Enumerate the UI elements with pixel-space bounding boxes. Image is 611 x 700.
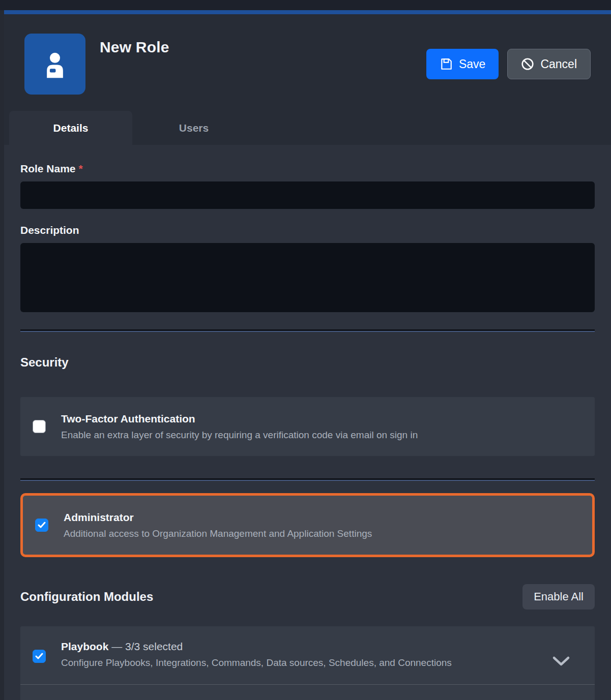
- administrator-card: Administrator Additional access to Organ…: [20, 493, 595, 557]
- two-factor-card: Two-Factor Authentication Enable an extr…: [20, 397, 595, 456]
- configuration-modules-header: Configuration Modules Enable All: [20, 584, 595, 610]
- page-title: New Role: [100, 39, 169, 56]
- two-factor-checkbox[interactable]: [33, 420, 46, 433]
- playbook-checkbox[interactable]: [33, 650, 46, 663]
- details-tab-content: Role Name* Description Security Two-Fact…: [4, 145, 611, 700]
- administrator-description: Additional access to Organization Manage…: [64, 528, 372, 539]
- security-heading: Security: [20, 355, 595, 370]
- required-marker: *: [79, 163, 83, 174]
- tab-details[interactable]: Details: [9, 111, 132, 145]
- person-icon: [37, 46, 73, 82]
- section-divider: [20, 478, 595, 481]
- two-factor-description: Enable an extra layer of security by req…: [61, 430, 418, 441]
- save-button-label: Save: [459, 57, 485, 71]
- section-divider: [20, 329, 595, 332]
- new-role-panel: New Role Save Cancel Details Users Role: [4, 10, 611, 700]
- ban-icon: [521, 57, 534, 71]
- description-label: Description: [20, 224, 595, 236]
- cancel-button[interactable]: Cancel: [507, 49, 591, 79]
- panel-header: New Role Save Cancel: [4, 14, 611, 111]
- role-name-label: Role Name*: [20, 163, 595, 175]
- playbook-module-description: Configure Playbooks, Integrations, Comma…: [61, 657, 452, 668]
- module-row-divider: [20, 684, 595, 685]
- administrator-title: Administrator: [64, 511, 372, 524]
- two-factor-text: Two-Factor Authentication Enable an extr…: [61, 413, 418, 441]
- configuration-modules-heading: Configuration Modules: [20, 590, 153, 604]
- check-icon: [38, 522, 46, 529]
- two-factor-title: Two-Factor Authentication: [61, 413, 418, 425]
- playbook-module-name: Playbook: [61, 641, 108, 652]
- role-name-input[interactable]: [20, 181, 595, 209]
- chevron-down-icon[interactable]: [552, 656, 570, 667]
- playbook-module-text: Playbook — 3/3 selected Configure Playbo…: [61, 641, 452, 668]
- role-avatar: [24, 34, 85, 95]
- playbook-module-row: Playbook — 3/3 selected Configure Playbo…: [33, 641, 583, 668]
- cancel-button-label: Cancel: [540, 57, 577, 71]
- floppy-disk-icon: [440, 57, 453, 71]
- top-bar: [0, 0, 611, 10]
- save-button[interactable]: Save: [426, 49, 499, 79]
- playbook-module-card[interactable]: Playbook — 3/3 selected Configure Playbo…: [20, 626, 595, 700]
- tab-bar: Details Users: [4, 111, 611, 145]
- description-input[interactable]: [20, 243, 595, 312]
- playbook-module-title: Playbook — 3/3 selected: [61, 641, 452, 653]
- playbook-selected-summary: — 3/3 selected: [111, 641, 183, 652]
- administrator-text: Administrator Additional access to Organ…: [64, 511, 372, 539]
- header-actions: Save Cancel: [426, 49, 591, 79]
- check-icon: [35, 653, 43, 660]
- tab-users[interactable]: Users: [132, 111, 255, 145]
- role-name-label-text: Role Name: [20, 163, 76, 174]
- enable-all-button[interactable]: Enable All: [522, 584, 595, 610]
- administrator-checkbox[interactable]: [35, 519, 48, 532]
